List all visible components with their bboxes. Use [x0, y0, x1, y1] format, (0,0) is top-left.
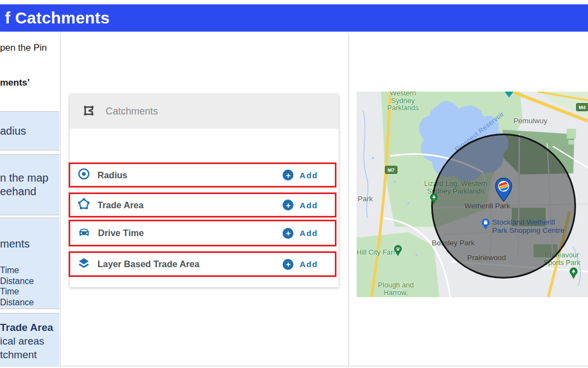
- map-label-park: Park: [358, 195, 373, 203]
- highlight-box-radius: Radius + Add: [69, 162, 336, 188]
- endeavour-park-pin[interactable]: [569, 267, 578, 282]
- catchment-option-layer-based[interactable]: Layer Based Trade Area + Add: [70, 253, 335, 275]
- hill-city-farm-paw-pin[interactable]: [394, 245, 402, 259]
- highlight-box-layer-trade-area: Layer Based Trade Area + Add: [69, 251, 336, 277]
- m4-road-shield: M4: [576, 103, 588, 111]
- sidebar-row-subitem: Distance: [0, 297, 59, 308]
- catchments-panel: Catchments Radius + Add: [70, 94, 339, 287]
- add-button[interactable]: Add: [299, 228, 318, 238]
- panel-title: Catchments: [106, 106, 158, 117]
- trade-area-icon: [77, 197, 90, 213]
- add-button[interactable]: Add: [299, 260, 318, 269]
- m7-road-shield: M7: [385, 166, 397, 174]
- sidebar-row-label: eehand: [0, 185, 59, 198]
- page-header: f Catchments: [0, 4, 588, 32]
- map-label-western-sydney-parklands: Western Sydney Parklands: [378, 92, 427, 112]
- plus-icon: +: [283, 170, 293, 180]
- sidebar-divider: [60, 34, 60, 367]
- sidebar-row-label: ical areas: [0, 334, 59, 348]
- catchment-polygon-icon: [81, 102, 97, 121]
- radius-icon: [77, 167, 90, 183]
- sidebar-row-subitem: Time: [0, 265, 59, 276]
- drive-time-car-icon: [77, 226, 91, 241]
- sidebar-row-radius: adius: [0, 111, 59, 150]
- option-label: Drive Time: [98, 228, 283, 238]
- sidebar-row-map-freehand: n the map eehand: [0, 154, 59, 215]
- add-button[interactable]: Add: [299, 171, 318, 180]
- map-divider: [348, 34, 349, 366]
- site-location-pin[interactable]: [494, 177, 513, 204]
- sidebar-row-subitem: Distance: [0, 276, 59, 287]
- option-label: Layer Based Trade Area: [97, 259, 283, 269]
- option-label: Radius: [97, 170, 283, 180]
- sidebar-row-trade-area: Trade Area ical areas tchment: [0, 313, 59, 367]
- page-title: f Catchments: [5, 9, 109, 27]
- layers-icon: [77, 257, 90, 272]
- sidebar-row-heading: Trade Area: [0, 321, 59, 334]
- sidebar-row-drive-catchments: ments Time Distance Time Distance: [0, 218, 59, 309]
- sidebar-row-label: tchment: [0, 348, 59, 361]
- lizard-log-park-pin[interactable]: [430, 193, 438, 207]
- catchments-panel-header: Catchments: [70, 94, 339, 129]
- radius-catchment-circle: [431, 134, 576, 279]
- catchment-option-trade-area[interactable]: Trade Area + Add: [70, 194, 335, 216]
- sidebar-intro-line-2: ments’: [0, 77, 59, 88]
- cut-off-map-marker-icon: [505, 92, 513, 98]
- sidebar-row-heading: ments: [0, 237, 59, 251]
- plus-icon: +: [283, 259, 293, 270]
- plus-icon: +: [283, 228, 293, 239]
- option-label: Trade Area: [97, 200, 283, 210]
- add-button[interactable]: Add: [299, 201, 318, 210]
- screenshot-root: f Catchments pen the Pin ments’ adius n …: [0, 0, 588, 368]
- map-label-pemulwuy: Pemulwuy: [513, 117, 547, 125]
- sidebar-row-label: n the map: [0, 171, 59, 185]
- bottom-border: [60, 366, 588, 366]
- stockland-shopping-pin[interactable]: [481, 218, 490, 233]
- highlight-box-drive-time: Drive Time + Add: [69, 220, 336, 246]
- sidebar-intro-line-1: pen the Pin: [0, 43, 59, 53]
- map-canvas[interactable]: Western Sydney Parklands Prospect Reserv…: [357, 92, 588, 297]
- catchment-option-radius[interactable]: Radius + Add: [70, 164, 335, 186]
- catchment-option-drive-time[interactable]: Drive Time + Add: [70, 221, 335, 245]
- map-label-hill-city-farm: Hill City Farm: [357, 249, 399, 256]
- sidebar-row-subitem: Time: [0, 286, 59, 297]
- map-label-plough-and-harrow: Plough and Harrow,: [374, 281, 418, 296]
- highlight-box-trade-area: Trade Area + Add: [69, 192, 336, 218]
- sidebar-row-label: adius: [0, 124, 26, 138]
- plus-icon: +: [283, 200, 293, 210]
